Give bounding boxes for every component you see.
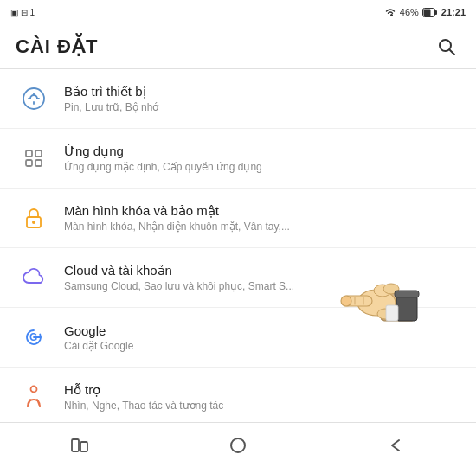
svg-rect-49 — [80, 442, 87, 451]
list-item[interactable]: G Google Cài đặt Google — [0, 308, 476, 368]
item-text: Màn hình khóa và bảo mật Màn hình khóa, … — [64, 203, 460, 233]
svg-rect-12 — [26, 160, 32, 166]
svg-rect-48 — [72, 439, 79, 451]
item-title: Màn hình khóa và bảo mật — [64, 203, 460, 219]
item-title: Hỗ trợ — [64, 382, 460, 398]
back-button[interactable] — [370, 428, 422, 463]
svg-point-17 — [31, 387, 37, 393]
svg-point-15 — [32, 221, 35, 224]
home-button[interactable] — [212, 428, 264, 463]
svg-rect-11 — [35, 150, 42, 157]
recent-apps-button[interactable] — [54, 428, 106, 463]
item-subtitle: Pin, Lưu trữ, Bộ nhớ — [64, 101, 460, 113]
svg-point-5 — [23, 88, 44, 109]
app-bar: CÀI ĐẶT — [0, 24, 476, 69]
item-title: Bảo trì thiết bị — [64, 84, 460, 99]
item-text: Hỗ trợ Nhìn, Nghe, Thao tác và tương tác — [64, 382, 460, 412]
item-title: Ứng dụng — [64, 144, 460, 159]
item-subtitle: Màn hình khóa, Nhận diện khuôn mặt, Vân … — [64, 221, 460, 233]
svg-rect-50 — [231, 438, 245, 452]
cloud-icon — [16, 259, 52, 296]
status-right: 46% 21:21 — [384, 7, 466, 17]
phone-screen: ▣ ⊟ 1 46% 21:21 CÀI ĐẶT — [0, 0, 476, 467]
page-title: CÀI ĐẶT — [16, 35, 98, 58]
item-text: Cloud và tài khoản Samsung Cloud, Sao lư… — [64, 263, 460, 292]
notification-icons: ▣ ⊟ 1 — [10, 8, 35, 17]
google-icon: G — [16, 319, 52, 355]
svg-text:G: G — [29, 331, 37, 343]
item-subtitle: Samsung Cloud, Sao lưu và khôi phục, Sma… — [64, 280, 460, 292]
svg-line-4 — [450, 49, 455, 54]
item-title: Google — [64, 323, 460, 338]
support-icon — [16, 379, 52, 415]
list-item[interactable]: Ứng dụng Ứng dụng mặc định, Cấp quyền ứn… — [0, 129, 476, 189]
maintenance-icon — [16, 80, 52, 117]
battery-icon — [422, 8, 438, 17]
settings-list: Bảo trì thiết bị Pin, Lưu trữ, Bộ nhớ Ứn… — [0, 69, 476, 422]
nav-bar — [0, 422, 476, 467]
time-display: 21:21 — [441, 7, 466, 17]
item-text: Bảo trì thiết bị Pin, Lưu trữ, Bộ nhớ — [64, 84, 460, 113]
svg-rect-1 — [434, 10, 437, 15]
status-left: ▣ ⊟ 1 — [10, 8, 35, 17]
item-title: Cloud và tài khoản — [64, 263, 460, 278]
list-item[interactable]: Cloud và tài khoản Samsung Cloud, Sao lư… — [0, 248, 476, 308]
lock-icon — [16, 200, 52, 236]
list-item[interactable]: Hỗ trợ Nhìn, Nghe, Thao tác và tương tác — [0, 368, 476, 422]
item-subtitle: Cài đặt Google — [64, 340, 460, 352]
list-item[interactable]: Màn hình khóa và bảo mật Màn hình khóa, … — [0, 189, 476, 248]
svg-rect-10 — [26, 150, 32, 157]
item-text: Google Cài đặt Google — [64, 323, 460, 352]
item-text: Ứng dụng Ứng dụng mặc định, Cấp quyền ứn… — [64, 144, 460, 173]
battery-text: 46% — [400, 7, 419, 17]
item-subtitle: Ứng dụng mặc định, Cấp quyền ứng dụng — [64, 161, 460, 173]
item-subtitle: Nhìn, Nghe, Thao tác và tương tác — [64, 400, 460, 412]
search-button[interactable] — [433, 33, 460, 61]
svg-rect-13 — [35, 160, 42, 166]
svg-rect-2 — [423, 9, 430, 16]
apps-icon — [16, 140, 52, 176]
status-bar: ▣ ⊟ 1 46% 21:21 — [0, 0, 476, 24]
wifi-icon — [384, 7, 396, 17]
list-item[interactable]: Bảo trì thiết bị Pin, Lưu trữ, Bộ nhớ — [0, 69, 476, 129]
